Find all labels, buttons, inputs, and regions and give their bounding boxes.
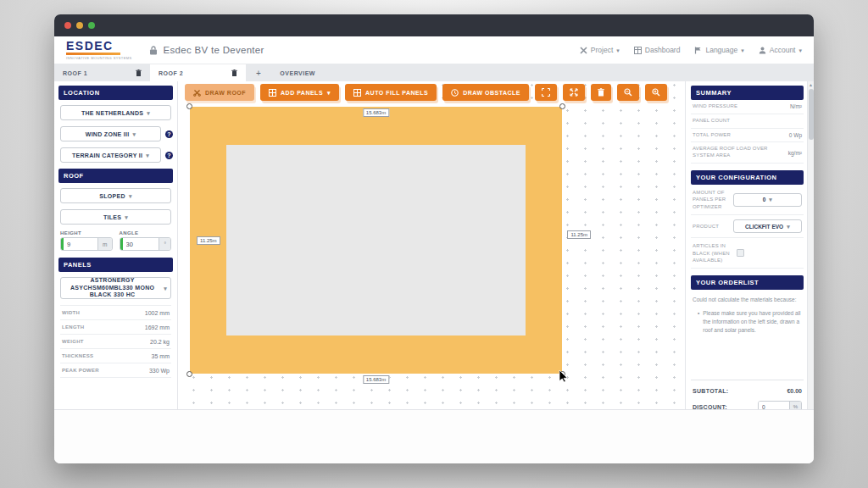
header-nav: Project ▾ Dashboard Language ▾ Account ▾	[580, 46, 802, 54]
summary-label: PANEL COUNT	[693, 118, 730, 125]
sidebar-scrollbar[interactable]: ▲	[807, 81, 814, 409]
spec-value: 330 Wp	[149, 368, 170, 374]
product-label: PRODUCT	[693, 223, 733, 230]
measurement-bottom: 15.683m	[363, 375, 389, 384]
angle-input[interactable]	[123, 238, 159, 250]
draw-roof-button[interactable]: DRAW ROOF	[185, 84, 254, 101]
add-roof-tab-button[interactable]: +	[246, 64, 271, 81]
orderlist-message: Could not calculate the materials becaus…	[691, 290, 804, 308]
spec-row-length: LENGTH 1692 mm	[60, 319, 171, 334]
summary-value: kg/m²	[788, 150, 802, 156]
window-titlebar	[54, 14, 814, 36]
nav-project-label: Project	[591, 46, 613, 54]
scrollbar-up-icon[interactable]: ▲	[808, 81, 814, 88]
crop-tool-button[interactable]	[535, 84, 557, 101]
panel-spec-table: WIDTH 1002 mm LENGTH 1692 mm WEIGHT 20.2…	[60, 305, 171, 378]
chevron-down-icon: ▾	[327, 90, 331, 96]
delete-drawing-button[interactable]	[591, 84, 611, 101]
roof-type-dropdown[interactable]: SLOPED ▾	[60, 188, 171, 203]
nav-account-label: Account	[770, 46, 796, 54]
fit-to-screen-button[interactable]	[563, 84, 585, 101]
optimizer-label: AMOUNT OF PANELS PER OPTIMIZER	[693, 189, 733, 210]
country-value: THE NETHERLANDS	[81, 110, 143, 116]
lock-icon	[149, 46, 158, 55]
dashboard-icon	[634, 47, 642, 54]
nav-account[interactable]: Account ▾	[759, 46, 802, 54]
terrain-help-icon[interactable]: ?	[165, 152, 173, 159]
magnifier-minus-icon	[624, 88, 632, 97]
wind-zone-dropdown[interactable]: WIND ZONE III ▾	[60, 126, 161, 141]
chevron-down-icon: ▾	[741, 47, 744, 53]
project-title: Esdec BV te Deventer	[164, 45, 264, 55]
roof-corner-handle[interactable]	[559, 103, 565, 109]
chevron-down-icon: ▾	[164, 286, 167, 291]
nav-dashboard[interactable]: Dashboard	[634, 46, 681, 54]
bullet-icon: •	[698, 309, 699, 334]
spec-label: WEIGHT	[62, 339, 84, 344]
optimizer-dropdown[interactable]: 0 ▾	[733, 193, 802, 207]
roof-corner-handle[interactable]	[186, 103, 192, 109]
magnifier-plus-icon	[652, 88, 660, 97]
height-input[interactable]	[64, 238, 97, 250]
subtotal-value: €0.00	[787, 388, 802, 394]
crop-icon	[542, 88, 550, 97]
chevron-down-icon: ▾	[147, 110, 150, 116]
measurement-right: 11.25m	[567, 230, 591, 239]
chevron-down-icon: ▾	[798, 47, 802, 53]
discount-label: DISCOUNT:	[693, 404, 727, 409]
esdec-logo: ESDEC INNOVATIVE MOUNTING SYSTEMS	[66, 41, 132, 60]
wind-zone-help-icon[interactable]: ?	[165, 130, 173, 138]
panel-model-dropdown[interactable]: ASTRONERGY ASYCHSM60MBL330 MONO BLACK 33…	[60, 277, 171, 299]
tab-overview[interactable]: OVERVIEW	[271, 64, 324, 81]
chevron-down-icon: ▾	[146, 152, 149, 158]
roof-covering-dropdown[interactable]: TILES ▾	[60, 209, 171, 225]
articles-black-checkbox[interactable]	[737, 249, 744, 257]
add-panels-button[interactable]: ADD PANELS ▾	[260, 84, 339, 101]
nav-project[interactable]: Project ▾	[580, 46, 620, 54]
draw-roof-label: DRAW ROOF	[205, 90, 246, 96]
zoom-in-button[interactable]	[645, 84, 667, 101]
roof-canvas[interactable]: DRAW ROOF ADD PANELS ▾ AUTO FILL PANELS …	[178, 81, 685, 409]
logo-underline	[66, 53, 120, 55]
minimize-window-button[interactable]	[76, 22, 83, 29]
optimizer-row: AMOUNT OF PANELS PER OPTIMIZER 0 ▾	[691, 185, 804, 215]
flag-icon	[694, 47, 702, 54]
close-window-button[interactable]	[64, 22, 71, 29]
logo-text: ESDEC	[66, 41, 132, 52]
product-dropdown[interactable]: CLICKFIT EVO ▾	[733, 219, 802, 233]
nav-language[interactable]: Language ▾	[694, 46, 743, 54]
spec-label: WIDTH	[62, 310, 80, 315]
right-sidebar: SUMMARY WIND PRESSURE N/m² PANEL COUNT T…	[685, 81, 814, 409]
tab-roof-2[interactable]: ROOF 2	[150, 64, 246, 81]
main-content: LOCATION THE NETHERLANDS ▾ WIND ZONE III…	[54, 81, 814, 409]
articles-black-label: ARTICLES IN BLACK (WHEN AVAILABLE)	[693, 242, 733, 263]
product-row: PRODUCT CLICKFIT EVO ▾	[691, 215, 804, 238]
discount-row: DISCOUNT: %	[691, 397, 804, 409]
orderlist-section-header: YOUR ORDERLIST	[691, 275, 804, 290]
summary-row-total-power: TOTAL POWER 0 Wp	[691, 129, 804, 143]
zoom-out-button[interactable]	[617, 84, 639, 101]
orderlist-bullet-item: • Please make sure you have provided all…	[691, 308, 804, 334]
delete-roof-2-icon[interactable]	[231, 69, 237, 76]
roof-corner-handle[interactable]	[186, 371, 192, 377]
chevron-down-icon: ▾	[787, 224, 790, 230]
terrain-category-dropdown[interactable]: TERRAIN CATEGORY II ▾	[60, 147, 161, 163]
chevron-down-icon: ▾	[129, 193, 132, 199]
summary-row-wind-pressure: WIND PRESSURE N/m²	[691, 100, 804, 114]
height-unit: m	[97, 238, 111, 250]
tab-roof-1[interactable]: ROOF 1	[54, 64, 150, 81]
scrollbar-thumb[interactable]	[809, 89, 814, 140]
roof-inner-area[interactable]	[226, 145, 526, 336]
discount-input[interactable]	[759, 402, 789, 409]
draw-obstacle-button[interactable]: DRAW OBSTACLE	[442, 84, 529, 101]
auto-fill-panels-button[interactable]: AUTO FILL PANELS	[345, 84, 437, 101]
summary-row-roof-load: AVERAGE ROOF LOAD OVER SYSTEM AREA kg/m²	[691, 142, 804, 164]
spec-value: 35 mm	[152, 353, 170, 359]
country-dropdown[interactable]: THE NETHERLANDS ▾	[60, 105, 171, 120]
summary-section-header: SUMMARY	[691, 86, 804, 100]
maximize-window-button[interactable]	[88, 22, 95, 29]
summary-label: WIND PRESSURE	[693, 103, 737, 110]
roof-shape[interactable]: 15.683m 15.683m 11.25m 11.25m	[190, 107, 562, 374]
delete-roof-1-icon[interactable]	[136, 69, 142, 76]
trash-icon	[598, 88, 604, 97]
